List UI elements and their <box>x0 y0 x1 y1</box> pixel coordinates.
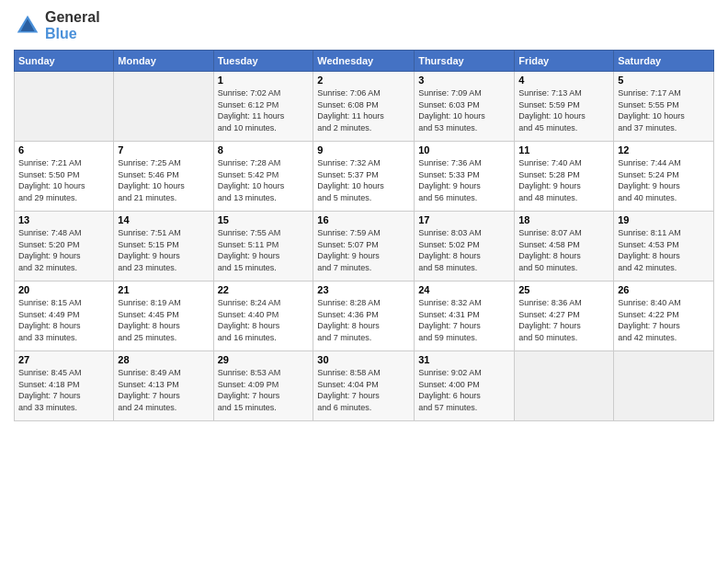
day-number: 24 <box>418 284 510 295</box>
day-number: 20 <box>18 284 109 295</box>
day-number: 21 <box>118 284 209 295</box>
day-cell <box>515 351 614 421</box>
day-info: Sunrise: 7:48 AM Sunset: 5:20 PM Dayligh… <box>18 227 109 273</box>
day-cell: 26Sunrise: 8:40 AM Sunset: 4:22 PM Dayli… <box>614 282 714 351</box>
day-info: Sunrise: 7:13 AM Sunset: 5:59 PM Dayligh… <box>518 87 609 133</box>
week-row-3: 13Sunrise: 7:48 AM Sunset: 5:20 PM Dayli… <box>15 212 714 282</box>
day-cell: 25Sunrise: 8:36 AM Sunset: 4:27 PM Dayli… <box>515 282 614 351</box>
day-cell: 8Sunrise: 7:28 AM Sunset: 5:42 PM Daylig… <box>213 142 313 212</box>
day-cell: 18Sunrise: 8:07 AM Sunset: 4:58 PM Dayli… <box>515 212 614 282</box>
day-cell: 29Sunrise: 8:53 AM Sunset: 4:09 PM Dayli… <box>213 351 313 421</box>
day-info: Sunrise: 7:28 AM Sunset: 5:42 PM Dayligh… <box>218 157 310 203</box>
logo-text: General Blue <box>45 9 100 42</box>
day-number: 28 <box>118 354 209 365</box>
week-row-1: 1Sunrise: 7:02 AM Sunset: 6:12 PM Daylig… <box>15 72 714 142</box>
day-cell: 30Sunrise: 8:58 AM Sunset: 4:04 PM Dayli… <box>313 351 415 421</box>
day-number: 29 <box>218 354 310 365</box>
day-info: Sunrise: 7:17 AM Sunset: 5:55 PM Dayligh… <box>618 87 710 133</box>
day-cell: 22Sunrise: 8:24 AM Sunset: 4:40 PM Dayli… <box>213 282 313 351</box>
day-number: 14 <box>118 214 209 225</box>
day-number: 5 <box>618 75 710 86</box>
day-cell: 20Sunrise: 8:15 AM Sunset: 4:49 PM Dayli… <box>15 282 114 351</box>
day-number: 26 <box>618 284 710 295</box>
day-number: 8 <box>218 144 310 155</box>
day-cell: 7Sunrise: 7:25 AM Sunset: 5:46 PM Daylig… <box>114 142 213 212</box>
day-info: Sunrise: 8:03 AM Sunset: 5:02 PM Dayligh… <box>418 227 510 273</box>
day-info: Sunrise: 8:15 AM Sunset: 4:49 PM Dayligh… <box>18 297 109 343</box>
weekday-header-sunday: Sunday <box>15 51 114 72</box>
day-info: Sunrise: 8:28 AM Sunset: 4:36 PM Dayligh… <box>317 297 410 343</box>
day-info: Sunrise: 7:09 AM Sunset: 6:03 PM Dayligh… <box>418 87 510 133</box>
day-number: 3 <box>418 75 510 86</box>
day-cell: 1Sunrise: 7:02 AM Sunset: 6:12 PM Daylig… <box>213 72 313 142</box>
day-cell: 12Sunrise: 7:44 AM Sunset: 5:24 PM Dayli… <box>614 142 714 212</box>
day-cell: 16Sunrise: 7:59 AM Sunset: 5:07 PM Dayli… <box>313 212 415 282</box>
day-cell: 2Sunrise: 7:06 AM Sunset: 6:08 PM Daylig… <box>313 72 415 142</box>
day-info: Sunrise: 8:19 AM Sunset: 4:45 PM Dayligh… <box>118 297 209 343</box>
day-info: Sunrise: 8:36 AM Sunset: 4:27 PM Dayligh… <box>518 297 609 343</box>
day-number: 15 <box>218 214 310 225</box>
day-number: 12 <box>618 144 710 155</box>
day-number: 16 <box>317 214 410 225</box>
day-info: Sunrise: 7:02 AM Sunset: 6:12 PM Dayligh… <box>218 87 310 133</box>
day-info: Sunrise: 8:45 AM Sunset: 4:18 PM Dayligh… <box>18 367 109 413</box>
calendar-table: SundayMondayTuesdayWednesdayThursdayFrid… <box>14 50 714 421</box>
day-cell <box>114 72 213 142</box>
day-info: Sunrise: 9:02 AM Sunset: 4:00 PM Dayligh… <box>418 367 510 413</box>
day-cell: 15Sunrise: 7:55 AM Sunset: 5:11 PM Dayli… <box>213 212 313 282</box>
day-cell <box>614 351 714 421</box>
day-cell: 3Sunrise: 7:09 AM Sunset: 6:03 PM Daylig… <box>415 72 515 142</box>
weekday-header-friday: Friday <box>515 51 614 72</box>
day-info: Sunrise: 7:55 AM Sunset: 5:11 PM Dayligh… <box>218 227 310 273</box>
week-row-4: 20Sunrise: 8:15 AM Sunset: 4:49 PM Dayli… <box>15 282 714 351</box>
header: General Blue <box>14 9 714 42</box>
day-number: 13 <box>18 214 109 225</box>
logo-icon <box>14 12 41 40</box>
day-info: Sunrise: 8:07 AM Sunset: 4:58 PM Dayligh… <box>518 227 609 273</box>
day-number: 31 <box>418 354 510 365</box>
day-number: 18 <box>518 214 609 225</box>
day-info: Sunrise: 7:21 AM Sunset: 5:50 PM Dayligh… <box>18 157 109 203</box>
day-cell <box>15 72 114 142</box>
day-info: Sunrise: 8:53 AM Sunset: 4:09 PM Dayligh… <box>218 367 310 413</box>
day-number: 4 <box>518 75 609 86</box>
weekday-header-saturday: Saturday <box>614 51 714 72</box>
week-row-5: 27Sunrise: 8:45 AM Sunset: 4:18 PM Dayli… <box>15 351 714 421</box>
day-number: 11 <box>518 144 609 155</box>
day-number: 30 <box>317 354 410 365</box>
day-number: 1 <box>218 75 310 86</box>
weekday-header-wednesday: Wednesday <box>313 51 415 72</box>
day-cell: 28Sunrise: 8:49 AM Sunset: 4:13 PM Dayli… <box>114 351 213 421</box>
day-cell: 10Sunrise: 7:36 AM Sunset: 5:33 PM Dayli… <box>415 142 515 212</box>
day-info: Sunrise: 7:36 AM Sunset: 5:33 PM Dayligh… <box>418 157 510 203</box>
week-row-2: 6Sunrise: 7:21 AM Sunset: 5:50 PM Daylig… <box>15 142 714 212</box>
day-info: Sunrise: 7:32 AM Sunset: 5:37 PM Dayligh… <box>317 157 410 203</box>
day-number: 2 <box>317 75 410 86</box>
day-cell: 13Sunrise: 7:48 AM Sunset: 5:20 PM Dayli… <box>15 212 114 282</box>
day-cell: 9Sunrise: 7:32 AM Sunset: 5:37 PM Daylig… <box>313 142 415 212</box>
day-info: Sunrise: 8:58 AM Sunset: 4:04 PM Dayligh… <box>317 367 410 413</box>
day-info: Sunrise: 7:25 AM Sunset: 5:46 PM Dayligh… <box>118 157 209 203</box>
weekday-header-row: SundayMondayTuesdayWednesdayThursdayFrid… <box>15 51 714 72</box>
day-number: 27 <box>18 354 109 365</box>
day-number: 7 <box>118 144 209 155</box>
day-info: Sunrise: 7:06 AM Sunset: 6:08 PM Dayligh… <box>317 87 410 133</box>
day-info: Sunrise: 7:51 AM Sunset: 5:15 PM Dayligh… <box>118 227 209 273</box>
day-number: 19 <box>618 214 710 225</box>
day-cell: 11Sunrise: 7:40 AM Sunset: 5:28 PM Dayli… <box>515 142 614 212</box>
day-cell: 23Sunrise: 8:28 AM Sunset: 4:36 PM Dayli… <box>313 282 415 351</box>
day-info: Sunrise: 8:11 AM Sunset: 4:53 PM Dayligh… <box>618 227 710 273</box>
day-info: Sunrise: 8:49 AM Sunset: 4:13 PM Dayligh… <box>118 367 209 413</box>
day-number: 10 <box>418 144 510 155</box>
day-cell: 27Sunrise: 8:45 AM Sunset: 4:18 PM Dayli… <box>15 351 114 421</box>
day-cell: 21Sunrise: 8:19 AM Sunset: 4:45 PM Dayli… <box>114 282 213 351</box>
day-info: Sunrise: 8:40 AM Sunset: 4:22 PM Dayligh… <box>618 297 710 343</box>
day-info: Sunrise: 7:44 AM Sunset: 5:24 PM Dayligh… <box>618 157 710 203</box>
weekday-header-tuesday: Tuesday <box>213 51 313 72</box>
day-cell: 31Sunrise: 9:02 AM Sunset: 4:00 PM Dayli… <box>415 351 515 421</box>
day-cell: 14Sunrise: 7:51 AM Sunset: 5:15 PM Dayli… <box>114 212 213 282</box>
day-number: 6 <box>18 144 109 155</box>
day-info: Sunrise: 7:59 AM Sunset: 5:07 PM Dayligh… <box>317 227 410 273</box>
day-number: 25 <box>518 284 609 295</box>
logo: General Blue <box>14 9 100 42</box>
